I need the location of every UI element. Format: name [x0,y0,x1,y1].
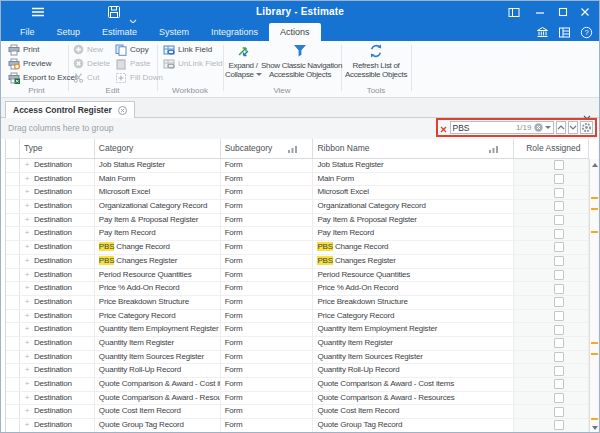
table-row[interactable]: +Destination Quote Cost Item Record Form… [6,405,589,419]
role-assigned-checkbox[interactable] [554,311,564,321]
clear-icon[interactable] [534,123,543,132]
search-close-icon[interactable] [440,119,448,137]
role-assigned-checkbox[interactable] [554,270,564,280]
table-row[interactable]: +Destination Quantity Item Register Form… [6,337,589,351]
column-header-type[interactable]: Type [20,139,95,158]
expand-icon[interactable]: + [20,269,34,282]
help-icon[interactable]: ? [580,25,593,38]
table-row[interactable]: +Destination Quantity Item Employment Re… [6,323,589,337]
tab-integrations[interactable]: Integrations [200,23,269,41]
expand-icon[interactable]: + [20,310,34,323]
expand-icon[interactable]: + [20,296,34,309]
filter-icon[interactable] [288,145,298,153]
print-button[interactable]: Print [8,43,39,56]
search-options-button[interactable] [580,121,593,134]
role-assigned-checkbox[interactable] [554,229,564,239]
role-assigned-checkbox[interactable] [554,352,564,362]
bank-icon[interactable] [536,25,549,38]
table-row[interactable]: +Destination Price Breakdown Structure F… [6,296,589,310]
layout-grid-icon[interactable] [558,25,571,38]
role-assigned-checkbox[interactable] [554,379,564,389]
copy-button[interactable]: Copy [115,43,149,56]
role-assigned-checkbox[interactable] [554,393,564,403]
column-header-ribbon-name[interactable]: Ribbon Name [313,139,514,158]
close-icon[interactable] [576,4,594,20]
role-assigned-checkbox[interactable] [554,338,564,348]
expand-icon[interactable]: + [20,323,34,336]
table-row[interactable]: +Destination Pay Item Record Form Pay It… [6,227,589,241]
expand-icon[interactable]: + [20,405,34,418]
expand-icon[interactable]: + [20,200,34,213]
expand-icon[interactable]: + [20,378,34,391]
expand-icon[interactable]: + [20,227,34,240]
table-row[interactable]: +Destination Job Status Register Form Jo… [6,159,589,173]
role-assigned-checkbox[interactable] [554,420,564,430]
table-row[interactable]: +Destination Main Form Form Main Form [6,173,589,187]
expand-icon[interactable]: + [20,214,34,227]
expand-icon[interactable]: + [20,419,34,432]
tab-estimate[interactable]: Estimate [91,23,148,41]
role-assigned-checkbox[interactable] [554,201,564,211]
expand-icon[interactable]: + [20,241,34,254]
role-assigned-checkbox[interactable] [554,256,564,266]
table-row[interactable]: +Destination PBS Changes Register Form P… [6,255,589,269]
tab-actions[interactable]: Actions [269,23,321,41]
filter-icon[interactable] [489,145,499,153]
tab-file[interactable]: File [9,23,46,41]
expand-icon[interactable]: + [20,186,34,199]
find-next-button[interactable] [568,121,578,134]
role-assigned-checkbox[interactable] [554,160,564,170]
link-field-button[interactable]: Link Field [163,43,212,56]
role-assigned-checkbox[interactable] [554,325,564,335]
expand-icon[interactable]: + [20,392,34,405]
column-header-role-assigned[interactable]: Role Assigned [514,139,589,158]
column-header-subcategory[interactable]: Subcategory [221,139,314,158]
scroll-up-icon[interactable] [591,161,598,168]
role-assigned-checkbox[interactable] [554,366,564,376]
table-row[interactable]: +Destination Quantity Roll-Up Record For… [6,364,589,378]
maximize-icon[interactable] [554,4,572,20]
role-assigned-checkbox[interactable] [554,297,564,307]
expand-icon[interactable]: + [20,173,34,186]
role-assigned-checkbox[interactable] [554,407,564,417]
expand-icon[interactable]: + [20,282,34,295]
search-input[interactable] [453,123,514,133]
table-row[interactable]: +Destination Microsoft Excel Form Micros… [6,186,589,200]
tab-system[interactable]: System [148,23,200,41]
table-row[interactable]: +Destination Price Category Record Form … [6,310,589,324]
mdi-window-icon[interactable] [505,4,523,20]
minimize-icon[interactable] [531,4,549,20]
scroll-down-icon[interactable] [591,424,598,431]
role-assigned-checkbox[interactable] [554,174,564,184]
table-row[interactable]: +Destination Quote Comparison & Award - … [6,378,589,392]
table-row[interactable]: +Destination Pay Item & Proposal Registe… [6,214,589,228]
search-caret-icon[interactable] [545,126,551,129]
tab-setup[interactable]: Setup [46,23,92,41]
table-row[interactable]: +Destination Period Resource Quantities … [6,269,589,283]
expand-icon[interactable]: + [20,255,34,268]
vertical-scrollbar[interactable] [589,159,598,433]
table-row[interactable]: +Destination Quote Comparison & Award - … [6,392,589,406]
expand-collapse-button[interactable]: Expand / Collapse [225,42,261,84]
table-row[interactable]: +Destination Price % Add-On Record Form … [6,282,589,296]
table-row[interactable]: +Destination Quote Group Tag Record Form… [6,419,589,433]
table-row[interactable]: +Destination Quantity Item Sources Regis… [6,351,589,365]
role-assigned-checkbox[interactable] [554,188,564,198]
expand-icon[interactable]: + [20,159,34,172]
show-classic-navigation-button[interactable]: Show Classic Navigation Accessible Objec… [261,42,339,84]
tab-close-icon[interactable] [118,106,127,115]
expand-icon[interactable]: + [20,364,34,377]
find-previous-button[interactable] [556,121,566,134]
role-assigned-checkbox[interactable] [554,242,564,252]
role-assigned-checkbox[interactable] [554,215,564,225]
expand-icon[interactable]: + [20,337,34,350]
refresh-accessible-objects-button[interactable]: Refresh List of Accessible Objects [341,42,411,84]
table-row[interactable]: +Destination Organizational Category Rec… [6,200,589,214]
column-header-category[interactable]: Category [95,139,221,158]
document-tab-access-control-register[interactable]: Access Control Register [5,101,135,118]
export-to-excel-button[interactable]: Export to Excel [8,71,77,84]
preview-button[interactable]: Preview [8,57,51,70]
expand-icon[interactable]: + [20,351,34,364]
table-row[interactable]: +Destination PBS Change Record Form PBS … [6,241,589,255]
role-assigned-checkbox[interactable] [554,284,564,294]
